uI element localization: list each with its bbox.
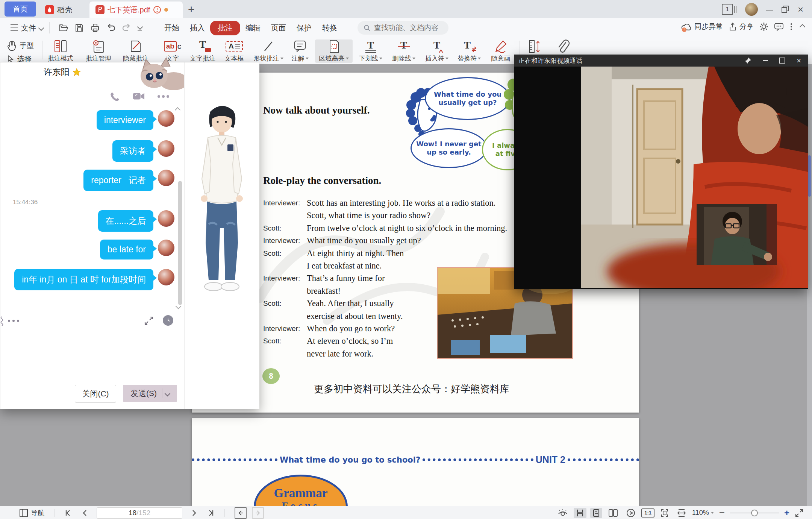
scroll-down-icon[interactable] — [176, 303, 180, 310]
settings-gear-icon[interactable] — [759, 22, 769, 32]
docer-icon — [45, 5, 54, 14]
tool-attachment[interactable] — [550, 39, 576, 54]
history-forward-icon[interactable] — [252, 507, 264, 519]
two-page-view-icon[interactable] — [606, 508, 620, 518]
tool-note[interactable]: 注解 — [282, 39, 318, 63]
input-more-icon[interactable] — [8, 320, 19, 322]
tab-home[interactable]: 首页 — [5, 2, 36, 17]
zoom-slider[interactable] — [730, 509, 779, 517]
redo-icon[interactable] — [122, 23, 132, 33]
fit-page-icon[interactable] — [658, 508, 671, 518]
message-history-icon[interactable] — [163, 315, 173, 326]
expand-input-icon[interactable] — [144, 316, 154, 326]
tool-shape-annotation[interactable]: 形状批注 — [250, 39, 286, 63]
eye-protection-icon[interactable] — [556, 508, 570, 518]
pin-icon[interactable] — [745, 57, 751, 64]
tool-caret[interactable]: T 插入符 — [419, 39, 455, 63]
comment-icon[interactable] — [774, 22, 784, 31]
user-avatar[interactable] — [745, 3, 758, 16]
zoom-in-icon[interactable]: + — [784, 508, 789, 518]
collapse-ribbon-icon[interactable] — [800, 24, 806, 30]
search-input[interactable] — [373, 23, 439, 32]
video-maximize-icon[interactable] — [779, 58, 785, 64]
last-page-icon[interactable] — [206, 509, 215, 517]
toolbar-more-icon[interactable] — [138, 25, 142, 31]
menu-edit[interactable]: 编辑 — [240, 21, 266, 35]
scroll-up-icon[interactable] — [176, 107, 180, 114]
page2-header: What time do you go to school? UNIT 2 — [192, 454, 639, 465]
video-call-titlebar[interactable]: 正在和许东阳视频通话 × — [514, 55, 808, 67]
tab-document[interactable]: 七下英语.pdf — [89, 2, 183, 18]
tab-home-label: 首页 — [13, 4, 28, 14]
doc-warning-icon[interactable] — [153, 6, 161, 14]
avatar[interactable] — [158, 240, 174, 256]
new-tab-button[interactable]: + — [188, 3, 195, 16]
prev-page-icon[interactable] — [81, 509, 89, 517]
tab-docer[interactable]: 稻壳 — [39, 2, 78, 18]
next-page-icon[interactable] — [190, 509, 198, 517]
chat-scrollbar-thumb[interactable] — [178, 181, 182, 305]
menu-page[interactable]: 页面 — [266, 21, 291, 35]
actual-size-icon[interactable]: 1:1 — [641, 508, 654, 517]
hand-tool[interactable]: 手型 — [7, 41, 34, 51]
share-button[interactable]: 分享 — [728, 22, 754, 32]
history-back-icon[interactable] — [235, 507, 247, 519]
chat-send-button[interactable]: 发送(S) — [123, 385, 177, 402]
save-icon[interactable] — [74, 23, 84, 33]
window-minimize-icon[interactable] — [766, 11, 773, 11]
menu-convert[interactable]: 转换 — [317, 21, 342, 35]
video-call-icon[interactable] — [133, 91, 145, 101]
avatar[interactable] — [158, 110, 174, 127]
tool-text-box[interactable]: A 文本框 — [216, 39, 252, 63]
chat-input-area[interactable] — [0, 328, 181, 382]
tool-area-highlight[interactable]: 区域高亮 — [315, 39, 353, 63]
avatar[interactable] — [158, 140, 174, 157]
single-page-view-icon[interactable] — [590, 508, 602, 518]
tool-strikethrough[interactable]: T 删除线 — [386, 39, 422, 63]
window-tab-list-icon[interactable]: 1 — [722, 4, 737, 15]
navigation-toggle[interactable]: 导航 — [20, 508, 44, 517]
menu-protect[interactable]: 保护 — [291, 21, 317, 35]
zoom-level-control[interactable]: 110% — [692, 509, 714, 517]
search-box[interactable] — [358, 21, 448, 35]
avatar[interactable] — [158, 269, 174, 285]
pdf-file-icon — [95, 5, 105, 14]
tool-annotate-manager[interactable]: 批注管理 — [80, 39, 117, 63]
local-video-pip[interactable] — [697, 204, 777, 265]
first-page-icon[interactable] — [64, 509, 73, 517]
slideshow-play-icon[interactable] — [624, 508, 638, 518]
print-icon[interactable] — [90, 23, 100, 33]
tool-freehand-draw[interactable]: 随意画 — [483, 39, 519, 63]
window-close-icon[interactable]: × — [798, 6, 803, 13]
tool-underline[interactable]: T 下划线 — [353, 39, 389, 63]
open-folder-icon[interactable] — [59, 23, 68, 33]
scrollbar-thumb[interactable] — [807, 155, 811, 197]
emoticon-handle-icon[interactable] — [0, 316, 5, 326]
avatar[interactable] — [158, 170, 174, 186]
fullscreen-icon[interactable] — [795, 508, 804, 517]
menu-insert[interactable]: 插入 — [185, 21, 210, 35]
voice-call-icon[interactable] — [109, 91, 120, 102]
video-minimize-icon[interactable] — [763, 60, 768, 61]
sync-status[interactable]: ! 同步异常 — [681, 22, 723, 32]
avatar[interactable] — [158, 210, 174, 227]
zoom-out-icon[interactable]: − — [719, 507, 725, 519]
page-number-box[interactable]: 18 /152 — [97, 507, 182, 519]
tool-measure[interactable] — [522, 39, 548, 54]
chat-more-icon[interactable] — [158, 95, 169, 98]
window-restore-icon[interactable] — [781, 5, 789, 14]
menu-start[interactable]: 开始 — [159, 21, 185, 35]
chat-close-button[interactable]: 关闭(C) — [75, 385, 116, 403]
tool-replace-mark[interactable]: T 替换符 — [451, 39, 487, 63]
tool-annotate-mode[interactable]: 批注模式 — [42, 39, 79, 63]
zoom-slider-knob[interactable] — [751, 510, 758, 516]
undo-icon[interactable] — [106, 23, 116, 33]
continuous-scroll-mode-icon[interactable] — [574, 508, 586, 518]
more-options-icon[interactable] — [789, 23, 794, 30]
file-menu[interactable]: 文件 — [11, 23, 43, 33]
tool-text-annotation[interactable]: T 文字批注 — [185, 39, 221, 63]
fit-width-icon[interactable] — [675, 508, 688, 518]
menu-annotate[interactable]: 批注 — [210, 21, 240, 35]
send-options-icon[interactable] — [165, 390, 171, 396]
video-close-icon[interactable]: × — [797, 56, 801, 65]
